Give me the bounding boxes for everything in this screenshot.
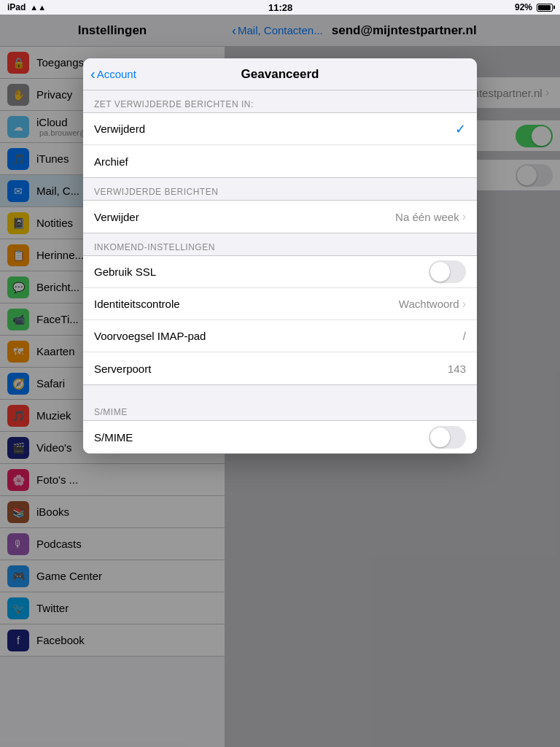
modal-back-label: Account	[97, 68, 136, 80]
battery-icon	[537, 4, 553, 12]
row-verwijder-label: Verwijder	[94, 211, 395, 223]
section-inkomend-label: INKOMEND-INSTELLINGEN	[83, 233, 477, 255]
section-smime: S/MIME S/MIME	[83, 398, 477, 454]
row-voorvoegsel[interactable]: Voorvoegsel IMAP-pad /	[83, 320, 477, 352]
row-verwijder-value: Na één week	[395, 211, 459, 223]
battery-percent: 92%	[515, 2, 532, 12]
row-verwijderd-label: Verwijderd	[94, 123, 455, 135]
section-inkomend: INKOMEND-INSTELLINGEN Gebruik SSL Identi…	[83, 233, 477, 385]
wifi-icon: ▲▲	[30, 3, 46, 12]
row-identiteitscontrole[interactable]: Identiteitscontrole Wachtwoord ›	[83, 288, 477, 320]
battery-fill	[538, 5, 551, 10]
row-serverpoort-label: Serverpoort	[94, 363, 442, 375]
modal-overlay: ‹ Account Geavanceerd ZET VERWIJDERDE BE…	[0, 15, 560, 747]
smime-toggle[interactable]	[429, 426, 466, 449]
modal-content: ZET VERWIJDERDE BERICHTEN IN: Verwijderd…	[83, 90, 477, 454]
smime-toggle-knob	[430, 427, 450, 447]
status-right: 92%	[515, 2, 553, 12]
section-verwijderde-berichten: VERWIJDERDE BERICHTEN Verwijder Na één w…	[83, 178, 477, 233]
row-identiteit-label: Identiteitscontrole	[94, 298, 399, 310]
row-archief-label: Archief	[94, 155, 466, 168]
section-zet-label: ZET VERWIJDERDE BERICHTEN IN:	[83, 90, 477, 112]
row-identiteit-value: Wachtwoord	[399, 298, 459, 310]
row-archief[interactable]: Archief	[83, 145, 477, 177]
ssl-toggle-knob	[430, 262, 450, 282]
table-verwijderde-berichten: Verwijder Na één week ›	[83, 200, 477, 233]
verwijder-chevron-icon: ›	[462, 210, 466, 223]
section-smime-label: S/MIME	[83, 398, 477, 420]
table-smime: S/MIME	[83, 420, 477, 454]
status-bar: iPad ▲▲ 11:28 92%	[0, 0, 560, 15]
row-serverpoort-value: 143	[448, 363, 466, 375]
row-ssl-label: Gebruik SSL	[94, 266, 429, 278]
row-serverpoort[interactable]: Serverpoort 143	[83, 352, 477, 384]
modal-back-chevron-icon: ‹	[90, 66, 96, 82]
modal: ‹ Account Geavanceerd ZET VERWIJDERDE BE…	[83, 58, 477, 454]
row-smime-label: S/MIME	[94, 431, 429, 444]
row-gebruik-ssl[interactable]: Gebruik SSL	[83, 256, 477, 288]
section-verwijderde-label: VERWIJDERDE BERICHTEN	[83, 178, 477, 200]
identiteit-chevron-icon: ›	[462, 298, 466, 311]
carrier-label: iPad	[7, 2, 26, 12]
check-verwijderd-icon: ✓	[455, 121, 466, 137]
modal-title: Geavanceerd	[241, 67, 319, 82]
row-verwijderd[interactable]: Verwijderd ✓	[83, 113, 477, 145]
modal-header: ‹ Account Geavanceerd	[83, 58, 477, 90]
table-zet-verwijderd: Verwijderd ✓ Archief	[83, 112, 477, 178]
row-voorvoegsel-label: Voorvoegsel IMAP-pad	[94, 330, 460, 342]
voorvoegsel-slash: /	[463, 330, 466, 342]
status-left: iPad ▲▲	[7, 2, 46, 12]
section-zet-verwijderd: ZET VERWIJDERDE BERICHTEN IN: Verwijderd…	[83, 90, 477, 178]
row-smime[interactable]: S/MIME	[83, 421, 477, 453]
ssl-toggle[interactable]	[429, 260, 466, 283]
table-inkomend: Gebruik SSL Identiteitscontrole Wachtwoo…	[83, 255, 477, 385]
modal-back-button[interactable]: ‹ Account	[90, 66, 136, 82]
row-verwijder[interactable]: Verwijder Na één week ›	[83, 201, 477, 233]
status-time: 11:28	[268, 2, 292, 13]
